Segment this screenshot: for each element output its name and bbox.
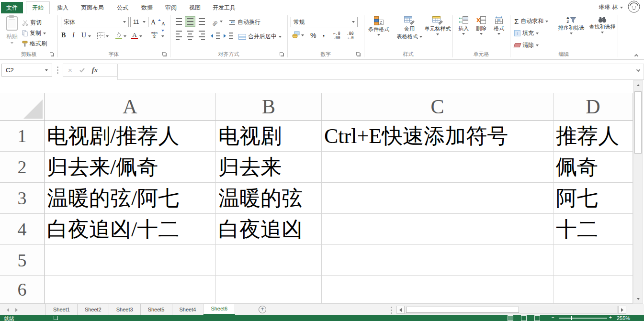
sheet-tab-sheet3[interactable]: Sheet3 — [109, 304, 141, 315]
tab-file[interactable]: 文件 — [1, 2, 23, 13]
scroll-up-button[interactable] — [633, 81, 643, 89]
cell-C4[interactable] — [322, 214, 554, 245]
alignment-dialog-launcher[interactable] — [280, 52, 284, 57]
prev-sheet-button[interactable] — [7, 308, 9, 312]
fill-color-dropdown[interactable] — [124, 35, 126, 37]
clear-button[interactable]: 清除 — [514, 41, 539, 49]
align-top-button[interactable] — [173, 16, 184, 27]
cell-B2[interactable]: 归去来 — [216, 152, 322, 183]
formula-input[interactable] — [117, 64, 644, 80]
align-left-button[interactable] — [173, 30, 184, 41]
collapse-ribbon-chevron[interactable] — [634, 54, 638, 58]
font-color-dropdown[interactable] — [139, 35, 142, 37]
align-middle-button[interactable] — [185, 16, 195, 27]
borders-button[interactable] — [97, 32, 104, 41]
cell-D1[interactable]: 推荐人 — [554, 121, 633, 152]
zoom-out-button[interactable]: − — [552, 315, 554, 320]
page-break-view-button[interactable] — [534, 315, 540, 321]
cell-B1[interactable]: 电视剧 — [216, 121, 322, 152]
paste-button[interactable]: 粘贴 — [3, 16, 21, 44]
tab-formulas[interactable]: 公式 — [111, 2, 134, 13]
row-header-2[interactable]: 2 — [0, 152, 45, 183]
next-sheet-button[interactable] — [15, 308, 18, 312]
page-layout-view-button[interactable] — [521, 315, 527, 321]
fill-button[interactable]: ↓ 填充 — [514, 29, 539, 37]
cell-D2[interactable]: 佩奇 — [554, 152, 633, 183]
cell-C3[interactable] — [322, 183, 554, 214]
number-format-combo[interactable]: 常规 — [291, 17, 358, 27]
align-center-button[interactable] — [185, 30, 195, 41]
cell-C6[interactable] — [322, 276, 554, 304]
row-header-4[interactable]: 4 — [0, 214, 45, 245]
tab-view[interactable]: 视图 — [184, 2, 206, 13]
accounting-format-button[interactable] — [292, 31, 300, 40]
zoom-in-button[interactable]: + — [609, 315, 612, 320]
number-dialog-launcher[interactable] — [356, 52, 361, 57]
hscroll-right-button[interactable] — [618, 306, 626, 314]
grow-font-button[interactable]: A — [151, 18, 161, 26]
fill-color-button[interactable] — [115, 32, 123, 41]
vertical-scrollbar[interactable] — [633, 80, 643, 304]
normal-view-button[interactable] — [508, 315, 513, 321]
sheet-tab-sheet5[interactable]: Sheet5 — [141, 304, 172, 315]
shrink-font-button[interactable]: A — [161, 19, 170, 36]
cell-D6[interactable] — [554, 276, 633, 304]
cut-button[interactable]: 剪切 — [22, 19, 42, 27]
row-header-3[interactable]: 3 — [0, 183, 45, 214]
cell-B3[interactable]: 温暖的弦 — [216, 183, 322, 214]
font-size-combo[interactable]: 11 — [130, 17, 148, 27]
align-right-button[interactable] — [196, 30, 207, 41]
orientation-dropdown[interactable] — [220, 21, 223, 22]
name-box[interactable]: C2 — [1, 64, 52, 77]
font-name-combo[interactable]: 宋体 — [61, 17, 129, 27]
font-color-button[interactable]: A — [131, 32, 138, 39]
cell-A5[interactable] — [45, 245, 216, 276]
column-header-D[interactable]: D — [554, 93, 633, 121]
select-all-corner[interactable] — [0, 93, 45, 121]
clipboard-dialog-launcher[interactable] — [50, 52, 55, 57]
tab-splitter-dots[interactable] — [391, 307, 392, 308]
sheet-tab-sheet6-active[interactable]: Sheet6 — [203, 304, 235, 315]
cancel-icon[interactable]: × — [68, 66, 72, 74]
cell-D4[interactable]: 十二 — [554, 214, 633, 245]
decrease-indent-button[interactable] — [211, 32, 220, 40]
row-header-5[interactable]: 5 — [0, 245, 45, 276]
orientation-button[interactable]: ab — [212, 18, 217, 27]
increase-decimal-button[interactable]: ←.0 .00 — [333, 32, 340, 40]
decrease-decimal-button[interactable]: .00 →.0 — [347, 32, 353, 40]
vertical-scroll-thumb[interactable] — [634, 91, 642, 154]
delete-cells-button[interactable]: 删除 — [473, 16, 490, 35]
zoom-slider-track[interactable] — [559, 318, 607, 319]
align-bottom-button[interactable] — [196, 16, 207, 27]
wrap-text-button[interactable]: 自动换行 — [229, 18, 260, 26]
cell-A4[interactable]: 白夜追凶/十二 — [45, 214, 216, 245]
hscroll-left-button[interactable] — [396, 306, 405, 314]
cell-C1[interactable]: Ctrl+E快速添加符号 — [322, 121, 554, 152]
tab-page-layout[interactable]: 页面布局 — [75, 2, 110, 13]
macro-record-icon[interactable] — [54, 316, 58, 320]
comma-style-button[interactable]: , — [323, 30, 325, 38]
autosum-button[interactable]: Σ 自动求和 — [514, 17, 548, 25]
underline-dropdown[interactable] — [88, 35, 91, 37]
tab-data[interactable]: 数据 — [136, 2, 158, 13]
insert-function-button[interactable]: fx — [92, 66, 98, 74]
find-select-button[interactable]: 查找和选择 — [588, 16, 617, 33]
user-account[interactable]: 琳琳 林 — [599, 3, 623, 11]
accounting-dropdown[interactable] — [301, 34, 304, 36]
copy-button[interactable]: 复制 — [22, 29, 46, 37]
horizontal-scrollbar[interactable] — [405, 306, 618, 314]
cell-A2[interactable]: 归去来/佩奇 — [45, 152, 216, 183]
percent-style-button[interactable]: % — [310, 32, 316, 39]
cell-A6[interactable] — [45, 276, 216, 304]
phonetic-guide-button[interactable]: wén 文 — [151, 31, 158, 39]
cell-D5[interactable] — [554, 245, 633, 276]
formula-bar-resize-dots[interactable] — [57, 66, 58, 68]
cell-B4[interactable]: 白夜追凶 — [216, 214, 322, 245]
insert-cells-button[interactable]: 插入 — [455, 16, 472, 35]
cell-B5[interactable] — [216, 245, 322, 276]
cell-A3[interactable]: 温暖的弦/阿七 — [45, 183, 216, 214]
increase-indent-button[interactable] — [224, 32, 233, 40]
sheet-tab-sheet4[interactable]: Sheet4 — [172, 304, 204, 315]
phonetic-dropdown[interactable] — [161, 35, 164, 37]
underline-button[interactable]: U — [81, 32, 86, 39]
